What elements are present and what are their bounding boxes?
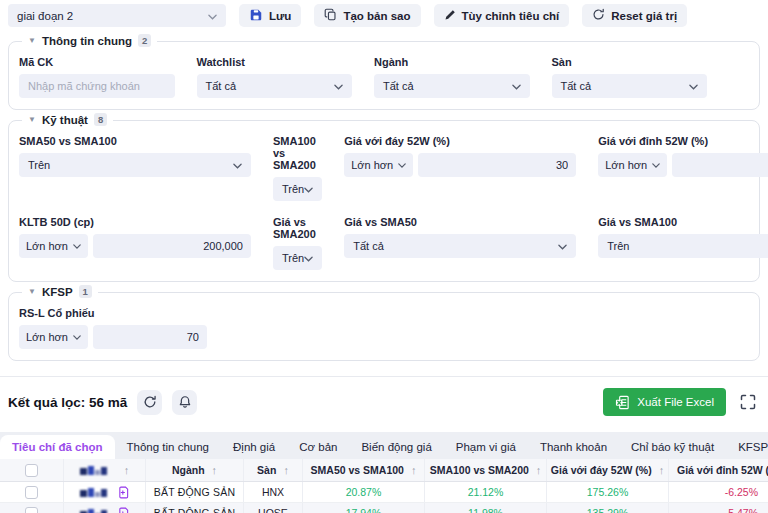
section-technical-header[interactable]: ▼ Kỹ thuật 8 (22, 113, 113, 126)
section-general-header[interactable]: ▼ Thông tin chung 2 (22, 34, 157, 47)
save-label: Lưu (269, 10, 291, 22)
kltb-operator-select[interactable]: Lớn hơn (19, 234, 88, 258)
select-all-cell (0, 459, 64, 481)
pencil-icon (444, 9, 456, 23)
preset-select[interactable]: giai đoạn 2 (8, 4, 226, 27)
add-to-watchlist-icon[interactable] (117, 486, 130, 499)
chevron-down-icon (689, 80, 698, 92)
sort-arrow-icon[interactable]: ↑ (283, 464, 289, 476)
row-checkbox[interactable] (25, 486, 38, 499)
chevron-down-icon (208, 10, 217, 22)
kltb-value-input[interactable] (93, 234, 251, 258)
tab-price-range[interactable]: Phạm vi giá (444, 435, 528, 459)
price-sma200-label: Giá vs SMA200 (273, 216, 322, 240)
exchange-header[interactable]: Sàn↑ (244, 459, 303, 481)
preset-select-value: giai đoạn 2 (17, 10, 73, 22)
industry-select[interactable]: Tất cả (374, 74, 530, 98)
sort-arrow-icon[interactable]: ↑ (212, 464, 218, 476)
section-kfsp: ▼ KFSP 1 RS-L Cổ phiếu Lớn hơn (8, 292, 760, 361)
watchlist-select[interactable]: Tất cả (197, 74, 353, 98)
sma50-cell: 17.94% (303, 503, 425, 513)
chevron-down-icon (558, 240, 567, 252)
export-excel-button[interactable]: Xuất File Excel (603, 388, 726, 416)
sma50-100-select[interactable]: Trên (19, 153, 251, 177)
ticker-censored (80, 466, 107, 475)
tab-fundamental[interactable]: Cơ bản (287, 435, 349, 459)
rsl-operator-select[interactable]: Lớn hơn (19, 325, 88, 349)
results-summary: Kết quả lọc: 56 mã (8, 395, 127, 410)
section-technical-count-badge: 8 (94, 113, 107, 126)
price-sma50-select[interactable]: Tất cả (344, 234, 576, 258)
price-sma200-select[interactable]: Trên (273, 246, 322, 270)
high52-operator-select[interactable]: Lớn hơn (598, 153, 667, 177)
rsl-value-input[interactable] (93, 325, 207, 349)
high52-label: Giá với đỉnh 52W (%) (598, 135, 768, 147)
low52-operator-value: Lớn hơn (351, 159, 393, 171)
sma50-header[interactable]: SMA50 vs SMA100↑ (303, 459, 425, 481)
sort-arrow-icon[interactable]: ↑ (659, 464, 665, 476)
section-general-title: Thông tin chung (42, 35, 132, 47)
reset-values-button[interactable]: Reset giá trị (582, 4, 687, 27)
low52-operator-select[interactable]: Lớn hơn (344, 153, 413, 177)
tab-general-info[interactable]: Thông tin chung (115, 435, 221, 459)
low52-value-input[interactable] (418, 153, 576, 177)
section-technical: ▼ Kỹ thuật 8 SMA50 vs SMA100 Trên SMA100… (8, 120, 760, 282)
price-sma200-value: Trên (282, 252, 304, 264)
section-kfsp-header[interactable]: ▼ KFSP 1 (22, 285, 98, 298)
results-tab-bar: Tiêu chí đã chọn Thông tin chung Định gi… (0, 432, 768, 459)
select-all-checkbox[interactable] (25, 464, 38, 477)
ticker-censored (80, 509, 107, 513)
section-technical-title: Kỹ thuật (42, 114, 88, 126)
chevron-down-icon (652, 163, 660, 168)
price-sma100-value: Trên (607, 240, 629, 252)
rsl-operator-value: Lớn hơn (26, 331, 68, 343)
tab-technical-indicators[interactable]: Chỉ báo kỹ thuật (619, 435, 726, 459)
row-checkbox[interactable] (25, 507, 38, 513)
export-excel-label: Xuất File Excel (637, 396, 714, 408)
chevron-down-icon (233, 159, 242, 171)
industry-cell: BẤT ĐỘNG SẢN (146, 482, 244, 502)
industry-header[interactable]: Ngành↑ (146, 459, 244, 481)
table-row[interactable]: BẤT ĐỘNG SẢN HNX 20.87% 21.12% 175.26% -… (0, 482, 768, 503)
results-table: ↑ Ngành↑ Sàn↑ SMA50 vs SMA100↑ SMA100 vs… (0, 459, 768, 513)
ticker-censored (80, 488, 107, 497)
top-toolbar: giai đoạn 2 Lưu Tạo bản sao Tùy chỉnh ti… (0, 0, 768, 32)
add-to-watchlist-icon[interactable] (117, 507, 130, 513)
duplicate-button[interactable]: Tạo bản sao (314, 4, 420, 27)
alert-button[interactable] (172, 390, 197, 415)
refresh-results-button[interactable] (137, 390, 162, 415)
sma50-cell: 20.87% (303, 482, 425, 502)
tab-selected-criteria[interactable]: Tiêu chí đã chọn (0, 435, 115, 459)
save-icon (249, 8, 263, 24)
tab-liquidity[interactable]: Thanh khoản (528, 435, 619, 459)
tab-price-change[interactable]: Biến động giá (349, 435, 443, 459)
low52-header[interactable]: Giá với đáy 52W (%)↑ (547, 459, 669, 481)
fullscreen-button[interactable] (736, 394, 760, 410)
sort-arrow-icon[interactable]: ↑ (124, 464, 130, 476)
high52-header[interactable]: Giá với đỉnh 52W (%) (669, 459, 768, 481)
industry-value: Tất cả (383, 80, 414, 92)
chevron-down-icon (304, 252, 313, 264)
exchange-select[interactable]: Tất cả (552, 74, 708, 98)
sort-arrow-icon[interactable]: ↑ (536, 464, 542, 476)
sma100-cell: 21.12% (425, 482, 547, 502)
high52-value-input[interactable] (672, 153, 768, 177)
ticker-header[interactable]: ↑ (64, 459, 146, 481)
sma100-200-select[interactable]: Trên (273, 177, 322, 201)
save-button[interactable]: Lưu (239, 4, 301, 27)
industry-cell: BẤT ĐỘNG SẢN (146, 503, 244, 513)
customize-criteria-button[interactable]: Tùy chỉnh tiêu chí (434, 4, 570, 27)
copy-icon (324, 8, 337, 23)
tab-valuation[interactable]: Định giá (221, 435, 287, 459)
table-row[interactable]: BẤT ĐỘNG SẢN HOSE 17.94% 11.98% 135.29% … (0, 503, 768, 513)
ticker-search-input[interactable] (19, 74, 175, 98)
ma-ck-label: Mã CK (19, 56, 175, 68)
customize-label: Tùy chỉnh tiêu chí (462, 10, 560, 22)
duplicate-label: Tạo bản sao (343, 10, 410, 22)
tab-kfsp[interactable]: KFSP (726, 435, 768, 459)
price-sma100-select[interactable]: Trên (598, 234, 768, 258)
exchange-cell: HOSE (244, 503, 303, 513)
fullscreen-icon (740, 394, 756, 410)
sma100-header[interactable]: SMA100 vs SMA200↑ (425, 459, 547, 481)
sort-arrow-icon[interactable]: ↑ (411, 464, 417, 476)
